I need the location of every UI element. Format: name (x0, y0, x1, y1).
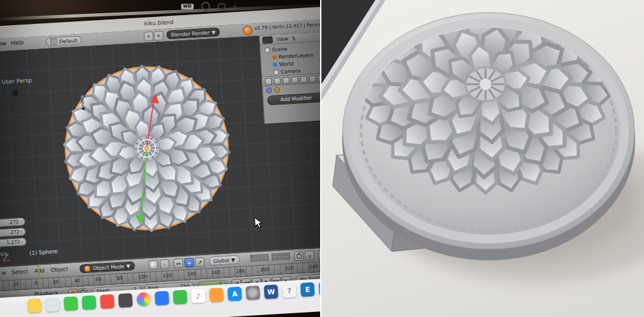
renderlayers-icon (272, 55, 277, 59)
manipulator-translate-button[interactable]: ↔ (174, 259, 184, 269)
outliner-tree: Scene RenderLayers World Camera (260, 42, 320, 77)
manipulator-scale-button[interactable]: ↗ (195, 257, 205, 267)
dock-icon-help[interactable]: ? (282, 283, 296, 298)
ruler-tick: 240 (309, 264, 318, 270)
dock-glyph: A (232, 290, 238, 298)
dock-glyph: W (267, 287, 275, 296)
mode-value: Object Mode (92, 264, 125, 271)
webcam-icon (233, 5, 236, 8)
dock-glyph: ? (287, 286, 291, 294)
orientation-dropdown[interactable]: Global ▼ (209, 255, 240, 265)
orientation-value: Global (213, 257, 230, 264)
camera-icon (273, 69, 279, 75)
properties-tab-icon[interactable] (309, 75, 316, 82)
wd-logo: WD (181, 4, 194, 9)
render-view-icon[interactable]: ◉ (318, 250, 320, 260)
properties-tab-icon[interactable] (291, 76, 299, 84)
distant-object (14, 92, 17, 95)
dock-icon-settings[interactable] (246, 286, 260, 300)
ruler-tick: 160 (211, 269, 221, 275)
blender-logo (243, 26, 253, 36)
dock-icon-keynote[interactable] (155, 291, 169, 306)
dock-icon-photo-booth[interactable] (118, 293, 133, 308)
shading-sphere-icon (150, 262, 157, 269)
dock-icon-calendar[interactable] (100, 294, 114, 309)
dock-icon-word[interactable]: W (264, 284, 278, 299)
ruler-tick: 100 (138, 274, 148, 280)
laptop-screen: kiku.blend ow Help Default + × Blender R… (0, 6, 320, 304)
dock-icon-itunes[interactable]: ♪ (191, 289, 206, 303)
layout-dropdown[interactable]: Default (46, 36, 82, 47)
outliner-menu-view[interactable]: View (276, 36, 288, 42)
mouse-cursor (254, 217, 264, 229)
outliner-item-label: Scene (272, 46, 287, 52)
outliner-menu-search[interactable]: S (292, 35, 296, 41)
transform-field-y[interactable]: .272 (0, 228, 26, 238)
dock-icon-books[interactable] (209, 287, 224, 302)
dock-icon-facetime[interactable] (82, 295, 96, 309)
dock-icon-numbers[interactable] (173, 290, 187, 304)
scene-icon (264, 47, 270, 53)
ruler-tick: 0 (34, 281, 37, 286)
dock-icon-contacts[interactable] (318, 281, 320, 296)
menu-help[interactable]: Help (11, 39, 24, 46)
chevron-down-icon: ▼ (231, 257, 235, 262)
editor-type-icon[interactable] (262, 36, 273, 43)
dock-icon-photos[interactable] (136, 292, 151, 306)
dock-icon-messages[interactable] (64, 296, 78, 311)
add-scene-button[interactable]: + (143, 31, 153, 42)
viewport-persp-label: User Persp (1, 77, 32, 86)
dock-icon-mail[interactable] (45, 298, 60, 312)
add-modifier-button[interactable]: Add Modifier (267, 92, 320, 105)
menu-view-fragment[interactable]: w (1, 269, 6, 275)
dock-icon-notes[interactable] (27, 299, 42, 313)
chevron-down-icon: ▼ (211, 30, 216, 35)
properties-tab-icon[interactable] (274, 77, 281, 85)
snap-magnet-icon[interactable]: ∪ (304, 250, 314, 260)
ruler-tick: 40 (74, 278, 80, 284)
delete-scene-button[interactable]: × (153, 31, 164, 41)
manipulator-rotate-button[interactable]: + (184, 258, 194, 268)
render-engine-dropdown[interactable]: Blender Render ▼ (166, 28, 220, 40)
properties-tab-icon[interactable] (282, 77, 290, 84)
properties-tab-icon[interactable] (265, 77, 272, 85)
dock-icon-edge[interactable]: E (300, 282, 314, 297)
ruler-tick: 60 (96, 276, 102, 282)
print-scene (321, 0, 644, 317)
origin-dot (145, 146, 149, 150)
lens-icon (201, 2, 210, 11)
world-icon (273, 62, 277, 67)
pivot-dropdown[interactable]: · (160, 259, 170, 269)
layout-icon (50, 38, 58, 45)
mode-dropdown[interactable]: Object Mode ▼ (79, 261, 135, 273)
properties-tab-icon[interactable] (318, 74, 320, 82)
properties-tab-icon[interactable] (300, 75, 308, 83)
mode-icon (84, 265, 91, 272)
menu-select[interactable]: Select (11, 268, 28, 275)
outliner-item-label: World (279, 60, 294, 67)
ruler-tick: 200 (260, 267, 270, 273)
chevron-down-icon: ▼ (126, 263, 131, 269)
window-title: kiku.blend (144, 19, 174, 27)
layer-buttons[interactable] (250, 253, 291, 262)
dock-glyph: ♪ (196, 292, 201, 300)
chrysanthemum-model[interactable] (55, 57, 238, 240)
dome-sheen (359, 19, 548, 120)
shading-dropdown[interactable] (148, 260, 158, 270)
bezel-sticker-strip: WD (181, 2, 236, 11)
ruler-tick: -20 (11, 281, 19, 287)
menu-object[interactable]: Object (50, 266, 68, 274)
left-photo-blender-screen: WD kiku.blend ow Help Default + × Blende… (0, 0, 320, 317)
dock-icon-app-store[interactable]: A (228, 287, 242, 301)
ruler-tick: 20 (53, 279, 59, 286)
transform-field-z[interactable]: 1.272 (0, 237, 26, 247)
active-object-label: (1) Sphere (30, 248, 58, 257)
ruler-tick: 220 (285, 265, 294, 271)
menu-window-fragment[interactable]: ow (0, 40, 6, 47)
layout-value: Default (59, 38, 78, 45)
right-photo-3d-print (321, 0, 644, 317)
transform-field-x[interactable]: .272 (0, 218, 25, 228)
lock-icon[interactable] (294, 251, 304, 261)
eye-icon (218, 3, 226, 9)
transform-fields-panel: .272 .272 1.272 kis (0, 218, 27, 258)
